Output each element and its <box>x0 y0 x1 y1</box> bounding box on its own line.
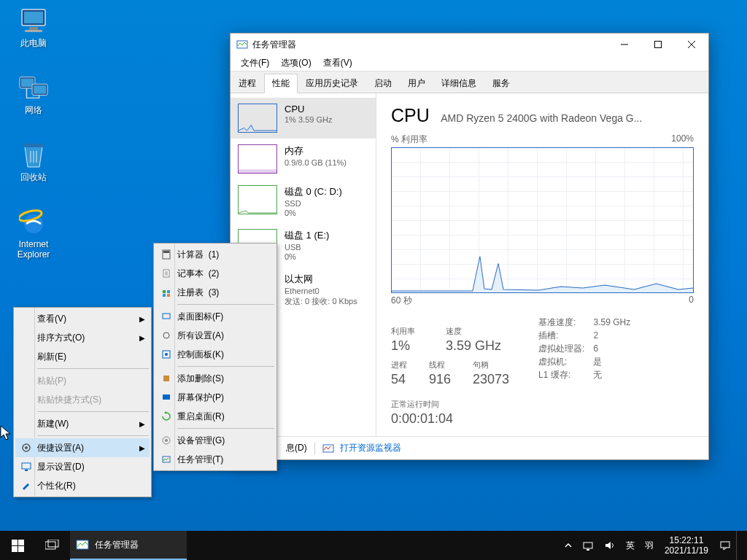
desktop-icon-ie[interactable]: Internet Explorer <box>7 207 60 260</box>
start-button[interactable] <box>0 531 35 560</box>
svg-point-29 <box>165 353 168 356</box>
side-sub: 1% 3.59 GHz <box>285 115 332 124</box>
desktop-icon-label: 回收站 <box>20 172 47 182</box>
menu-file[interactable]: 文件(F) <box>236 55 274 71</box>
minimize-button[interactable] <box>608 34 641 55</box>
menubar: 文件(F) 选项(O) 查看(V) <box>231 55 708 71</box>
side-disk0[interactable]: 磁盘 0 (C: D:)SSD0% <box>231 179 376 223</box>
taskbar: 任务管理器 英 羽 15:22:11 2021/11/19 <box>0 531 747 560</box>
desktop-context-menu: 查看(V)▶ 排序方式(O)▶ 刷新(E) 粘贴(P) 粘贴快捷方式(S) 新建… <box>13 307 152 497</box>
task-manager-icon <box>155 454 177 464</box>
ctx-display-settings[interactable]: 显示设置(D) <box>15 457 150 476</box>
tray-overflow[interactable] <box>560 531 577 560</box>
menu-options[interactable]: 选项(O) <box>276 55 315 71</box>
svg-point-33 <box>165 439 168 442</box>
cpu-heading: CPU <box>391 105 430 126</box>
tab-performance[interactable]: 性能 <box>264 74 298 93</box>
sub-restart-desktop[interactable]: 重启桌面(R) <box>155 407 275 426</box>
svg-rect-40 <box>48 540 58 547</box>
side-cpu[interactable]: CPU1% 3.59 GHz <box>231 98 376 139</box>
side-title: 以太网 <box>285 273 357 286</box>
menu-view[interactable]: 查看(V) <box>319 55 357 71</box>
sub-device-manager[interactable]: 设备管理(G) <box>155 431 275 450</box>
detail-key: 插槽: <box>538 329 584 342</box>
svg-rect-44 <box>721 542 729 548</box>
axis-label: 0 <box>689 295 694 307</box>
sub-calculator[interactable]: 计算器 (1) <box>155 245 275 264</box>
sub-task-manager[interactable]: 任务管理(T) <box>155 450 275 469</box>
svg-rect-1 <box>24 12 43 23</box>
open-resource-monitor[interactable]: 打开资源监视器 <box>340 442 401 454</box>
tab-users[interactable]: 用户 <box>400 74 433 93</box>
tray-network[interactable] <box>577 531 599 560</box>
add-remove-icon <box>155 373 177 384</box>
mini-chart-icon <box>238 144 277 174</box>
regedit-icon <box>155 287 177 298</box>
maximize-button[interactable] <box>641 34 675 55</box>
titlebar[interactable]: 任务管理器 <box>231 34 708 55</box>
svg-rect-17 <box>22 463 31 469</box>
svg-rect-37 <box>12 546 18 552</box>
taskbar-app-task-manager[interactable]: 任务管理器 <box>70 531 187 560</box>
ctx-paste: 粘贴(P) <box>15 371 150 390</box>
side-memory[interactable]: 内存0.9/8.0 GB (11%) <box>231 139 376 179</box>
ctx-sort[interactable]: 排序方式(O)▶ <box>15 328 150 347</box>
desktop-icon-network[interactable]: 网络 <box>7 73 60 115</box>
detail-val: 6 <box>593 342 630 355</box>
sub-notepad[interactable]: 记事本 (2) <box>155 264 275 283</box>
ctx-quick-settings[interactable]: 便捷设置(A)▶ <box>15 438 150 457</box>
stat-val: 3.59 GHz <box>446 338 501 354</box>
side-sub: 0% <box>285 252 329 261</box>
sub-screensaver[interactable]: 屏幕保护(P) <box>155 388 275 407</box>
detail-key: 基准速度: <box>538 316 584 329</box>
sub-regedit[interactable]: 注册表 (3) <box>155 283 275 302</box>
cpu-chart[interactable] <box>391 147 694 293</box>
ctx-view[interactable]: 查看(V)▶ <box>15 309 150 328</box>
tab-services[interactable]: 服务 <box>484 74 518 93</box>
uptime-val: 0:00:01:04 <box>391 411 509 427</box>
tray-notifications[interactable] <box>714 531 736 560</box>
stat-key: 进程 <box>391 359 407 370</box>
gear-icon <box>155 330 177 341</box>
tray-volume[interactable] <box>599 531 621 560</box>
svg-rect-12 <box>655 42 662 48</box>
show-desktop-button[interactable] <box>736 531 747 560</box>
desktop-icon-this-pc[interactable]: 此电脑 <box>7 6 60 48</box>
detail-key: 虚拟机: <box>538 355 584 368</box>
svg-rect-13 <box>239 169 276 173</box>
task-view-button[interactable] <box>35 531 70 560</box>
svg-rect-36 <box>18 540 24 545</box>
sub-all-settings[interactable]: 所有设置(A) <box>155 326 275 345</box>
task-manager-icon <box>76 538 89 551</box>
volume-icon <box>604 540 616 551</box>
detail-val: 3.59 GHz <box>593 316 630 329</box>
tab-app-history[interactable]: 应用历史记录 <box>298 74 366 93</box>
tab-processes[interactable]: 进程 <box>231 74 264 93</box>
sub-desktop-icons[interactable]: 桌面图标(F) <box>155 307 275 326</box>
tab-startup[interactable]: 启动 <box>366 74 400 93</box>
ctx-personalize[interactable]: 个性化(R) <box>15 476 150 495</box>
svg-rect-39 <box>45 542 55 549</box>
windows-logo-icon <box>12 540 24 552</box>
ctx-new[interactable]: 新建(W)▶ <box>15 414 150 433</box>
taskbar-app-label: 任务管理器 <box>95 539 139 551</box>
desktop-icon-label: 网络 <box>25 105 42 115</box>
tab-details[interactable]: 详细信息 <box>433 74 484 93</box>
desktop-icon-label: Internet Explorer <box>7 239 60 260</box>
sub-add-remove[interactable]: 添加删除(S) <box>155 369 275 388</box>
svg-rect-24 <box>163 294 166 297</box>
svg-rect-8 <box>23 144 44 147</box>
sub-control-panel[interactable]: 控制面板(K) <box>155 345 275 364</box>
svg-rect-22 <box>163 290 166 293</box>
tray-clock[interactable]: 15:22:11 2021/11/19 <box>659 531 714 560</box>
footer-less-info[interactable]: 息(D) <box>286 442 307 454</box>
tray-ime-mode[interactable]: 羽 <box>640 531 659 560</box>
svg-rect-42 <box>584 542 592 548</box>
tray-ime-lang[interactable]: 英 <box>621 531 640 560</box>
chevron-up-icon <box>565 542 572 549</box>
side-title: 磁盘 1 (E:) <box>285 229 329 242</box>
ie-icon <box>18 207 49 238</box>
ctx-refresh[interactable]: 刷新(E) <box>15 347 150 366</box>
desktop-icon-recycle-bin[interactable]: 回收站 <box>7 140 60 182</box>
close-button[interactable] <box>675 34 708 55</box>
